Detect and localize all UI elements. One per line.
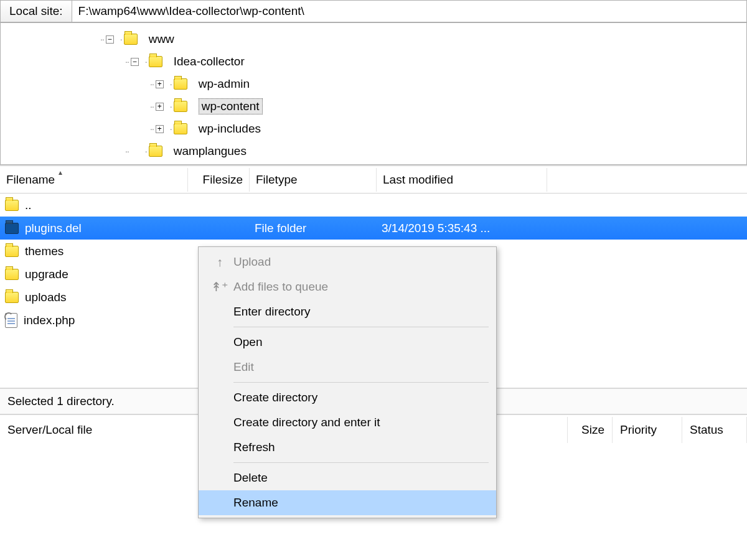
file-row-parent[interactable]: ..	[0, 194, 747, 217]
expand-toggle-icon[interactable]	[131, 58, 139, 66]
menu-item-delete[interactable]: Delete	[199, 465, 496, 490]
folder-icon	[5, 200, 19, 211]
file-name: upgrade	[25, 268, 68, 281]
menu-item-open[interactable]: Open	[199, 330, 496, 355]
tree-node-label: Idea-collector	[174, 55, 245, 68]
local-site-label: Local site:	[0, 0, 72, 22]
file-list-header[interactable]: Filename ▴ Filesize Filetype Last modifi…	[0, 166, 747, 194]
file-name: index.php	[24, 314, 75, 327]
tree-node-wp-includes[interactable]: ·· · wp-includes	[1, 118, 746, 140]
arrow-up-icon: ↑	[206, 255, 233, 269]
column-header-size[interactable]: Size	[568, 417, 613, 443]
file-modified: 3/14/2019 5:35:43 ...	[377, 219, 547, 238]
tree-node-label: wp-includes	[199, 122, 261, 136]
tree-node-label: www	[149, 32, 174, 46]
menu-item-refresh[interactable]: Refresh	[199, 435, 496, 460]
folder-icon	[5, 223, 19, 234]
folder-icon	[149, 146, 162, 157]
column-header-last-modified[interactable]: Last modified	[377, 168, 547, 192]
tree-node-wp-admin[interactable]: ·· · wp-admin	[1, 73, 746, 95]
arrow-plus-icon: ↟⁺	[206, 279, 233, 294]
menu-separator	[233, 462, 489, 463]
php-file-icon	[5, 313, 17, 328]
folder-icon	[174, 78, 187, 90]
file-row-plugins-del[interactable]: plugins.del File folder 3/14/2019 5:35:4…	[0, 217, 747, 240]
folder-icon	[5, 246, 19, 257]
status-text: Selected 1 directory.	[7, 394, 115, 408]
file-name: ..	[25, 198, 32, 212]
menu-separator	[233, 382, 489, 383]
file-type: File folder	[250, 219, 377, 238]
folder-icon	[174, 101, 187, 112]
menu-separator	[233, 327, 489, 327]
tree-node-idea-collector[interactable]: ·· · Idea-collector	[1, 50, 746, 73]
tree-node-wamplangues[interactable]: ·· · wamplangues	[1, 140, 746, 162]
file-name: uploads	[25, 291, 67, 304]
file-name: plugins.del	[25, 222, 82, 235]
tree-node-wp-content[interactable]: ·· · wp-content	[1, 95, 746, 118]
tree-connector: ··	[100, 34, 104, 44]
column-header-status[interactable]: Status	[682, 417, 747, 443]
menu-item-upload[interactable]: ↑ Upload	[199, 250, 496, 274]
local-site-path-input[interactable]	[72, 0, 747, 22]
folder-icon	[174, 123, 187, 134]
folder-tree[interactable]: ·· · www ·· · Idea-collector ·· · wp-adm…	[0, 23, 747, 165]
expand-toggle-icon[interactable]	[106, 35, 114, 44]
tree-node-label: wp-content	[199, 98, 263, 114]
folder-icon	[124, 34, 138, 45]
menu-item-edit[interactable]: Edit	[199, 355, 496, 380]
tree-node-www[interactable]: ·· · www	[1, 28, 746, 50]
menu-item-rename[interactable]: Rename	[199, 490, 496, 515]
column-header-filetype[interactable]: Filetype	[250, 168, 377, 192]
file-name: themes	[25, 245, 63, 258]
column-header-filesize[interactable]: Filesize	[188, 168, 250, 192]
menu-item-enter-directory[interactable]: Enter directory	[199, 299, 496, 324]
tree-node-label: wamplangues	[174, 144, 247, 158]
sort-ascending-icon: ▴	[59, 168, 62, 177]
expand-toggle-icon[interactable]	[156, 80, 164, 88]
folder-icon	[149, 56, 162, 67]
local-site-pathbar: Local site:	[0, 0, 747, 23]
menu-item-add-files-to-queue[interactable]: ↟⁺ Add files to queue	[199, 274, 496, 299]
menu-item-create-directory-and-enter[interactable]: Create directory and enter it	[199, 410, 496, 435]
tree-node-label: wp-admin	[199, 77, 250, 91]
column-header-filename[interactable]: Filename ▴	[0, 168, 188, 192]
folder-icon	[5, 292, 19, 303]
file-context-menu: ↑ Upload ↟⁺ Add files to queue Enter dir…	[198, 246, 497, 518]
menu-item-create-directory[interactable]: Create directory	[199, 385, 496, 410]
expand-toggle-icon[interactable]	[156, 103, 164, 111]
column-header-priority[interactable]: Priority	[613, 417, 682, 443]
folder-icon	[5, 269, 19, 280]
expand-toggle-icon[interactable]	[156, 125, 164, 133]
